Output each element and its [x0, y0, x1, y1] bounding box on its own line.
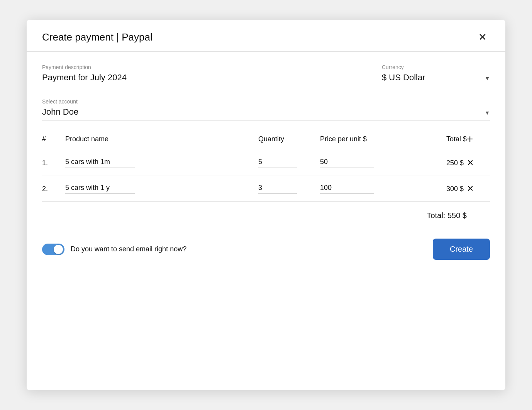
add-item-header: + [467, 133, 490, 145]
row-1-price-input[interactable] [320, 158, 374, 168]
modal-container: Create payment | Paypal ✕ Payment descri… [27, 20, 505, 390]
form-row-2: Select account John Doe ▼ [42, 98, 490, 120]
row-2-product-cell [65, 184, 258, 194]
row-1-total: 250 $ [405, 159, 467, 167]
form-row-1: Payment description Payment for July 202… [42, 64, 490, 86]
table-header-row: # Product name Quantity Price per unit $… [42, 133, 490, 150]
email-toggle[interactable] [42, 244, 64, 255]
modal-header: Create payment | Paypal ✕ [27, 20, 505, 51]
row-1-quantity-input[interactable] [258, 158, 297, 168]
table-row: 2. 300 $ ✕ [42, 176, 490, 202]
modal-footer: Do you want to send email right now? Cre… [27, 229, 505, 272]
row-2-remove-cell: ✕ [467, 184, 490, 194]
col-number: # [42, 135, 65, 143]
row-1-product-input[interactable] [65, 158, 135, 168]
toggle-thumb [54, 245, 63, 254]
row-1-product-cell [65, 158, 258, 168]
row-1-price-cell [320, 158, 405, 168]
row-2-quantity-cell [258, 184, 320, 194]
grand-total-label: Total: 550 $ [427, 211, 467, 220]
email-toggle-section: Do you want to send email right now? [42, 244, 186, 255]
row-1-remove-button[interactable]: ✕ [467, 158, 474, 168]
email-toggle-label: Do you want to send email right now? [71, 245, 186, 253]
col-price: Price per unit $ [320, 135, 405, 143]
currency-group[interactable]: Currency $ US Dollar ▼ [382, 64, 490, 86]
account-dropdown-arrow: ▼ [485, 110, 490, 116]
row-2-number: 2. [42, 185, 65, 193]
account-value: John Doe [42, 107, 490, 120]
account-group[interactable]: Select account John Doe ▼ [42, 98, 490, 120]
header-divider [27, 51, 505, 52]
add-item-button[interactable]: + [467, 133, 473, 145]
row-2-product-input[interactable] [65, 184, 135, 194]
table-row: 1. 250 $ ✕ [42, 150, 490, 176]
grand-total-row: Total: 550 $ [42, 202, 490, 229]
currency-value: $ US Dollar [382, 73, 490, 86]
toggle-track[interactable] [42, 244, 64, 255]
row-2-price-cell [320, 184, 405, 194]
form-body: Payment description Payment for July 202… [27, 64, 505, 229]
row-2-quantity-input[interactable] [258, 184, 297, 194]
close-button[interactable]: ✕ [475, 30, 490, 44]
col-product-name: Product name [65, 135, 258, 143]
account-label: Select account [42, 98, 490, 105]
payment-description-value: Payment for July 2024 [42, 73, 366, 86]
col-quantity: Quantity [258, 135, 320, 143]
currency-dropdown-arrow: ▼ [485, 75, 490, 81]
row-2-price-input[interactable] [320, 184, 374, 194]
create-button[interactable]: Create [433, 239, 490, 260]
col-total: Total $ [405, 135, 467, 143]
row-1-remove-cell: ✕ [467, 158, 490, 168]
payment-description-label: Payment description [42, 64, 366, 70]
currency-label: Currency [382, 64, 490, 70]
row-2-total: 300 $ [405, 185, 467, 193]
items-table: # Product name Quantity Price per unit $… [42, 133, 490, 229]
modal-title: Create payment | Paypal [42, 31, 152, 43]
row-2-remove-button[interactable]: ✕ [467, 184, 474, 194]
row-1-number: 1. [42, 159, 65, 167]
row-1-quantity-cell [258, 158, 320, 168]
payment-description-group: Payment description Payment for July 202… [42, 64, 366, 86]
